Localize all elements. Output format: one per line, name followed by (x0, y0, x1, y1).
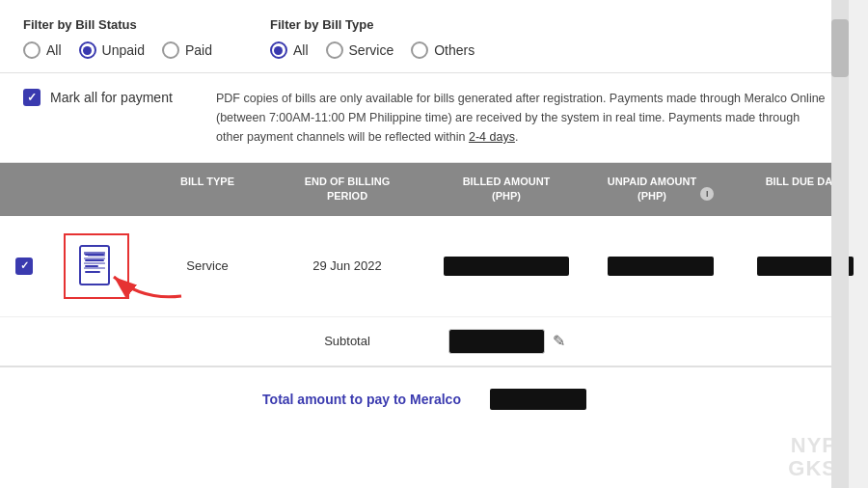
radio-circle-paid (162, 41, 179, 59)
bill-type-cell: Service (145, 258, 270, 273)
th-bill-type: BILL TYPE (145, 175, 270, 204)
billed-amount-redacted (444, 257, 569, 276)
filter-bill-status-label: Filter by Bill Status (23, 17, 212, 32)
radio-circle-others (411, 41, 428, 59)
end-billing-cell: 29 Jun 2022 (270, 258, 424, 273)
radio-label-others: Others (434, 42, 475, 58)
th-checkbox (0, 175, 48, 204)
filter-bill-type-label: Filter by Bill Type (270, 17, 475, 32)
bill-icon-cell[interactable] (48, 233, 145, 299)
svg-rect-8 (84, 262, 105, 264)
main-container: Filter by Bill Status All Unpaid Paid Fi… (0, 0, 849, 488)
row-checkbox[interactable]: ✓ (15, 258, 33, 275)
billed-amount-cell (424, 257, 588, 276)
subtotal-value-redacted (448, 329, 545, 354)
th-icon (48, 175, 145, 204)
svg-rect-2 (85, 259, 104, 261)
total-label: Total amount to pay to Meralco (262, 392, 461, 407)
subtotal-value-cell: ✎ (424, 329, 588, 354)
radio-circle-all-type (270, 41, 287, 59)
subtotal-label: Subtotal (270, 334, 424, 348)
bill-status-radio-group: All Unpaid Paid (23, 41, 212, 59)
scrollbar[interactable] (831, 0, 849, 488)
table-body: ✓ (0, 216, 849, 366)
radio-others[interactable]: Others (411, 41, 475, 59)
mark-all-checkbox-container[interactable]: Mark all for payment (23, 89, 197, 106)
edit-icon[interactable]: ✎ (553, 332, 565, 350)
checkmark-icon: ✓ (20, 259, 29, 272)
radio-all-status[interactable]: All (23, 41, 62, 59)
mark-all-label: Mark all for payment (50, 90, 173, 105)
table-header: BILL TYPE END OF BILLINGPERIOD BILLED AM… (0, 163, 849, 216)
radio-label-all-status: All (46, 42, 62, 58)
svg-rect-7 (84, 258, 105, 259)
mark-all-section: Mark all for payment PDF copies of bills… (0, 73, 849, 163)
subtotal-row: Subtotal ✎ (0, 317, 849, 366)
watermark-line1: NYP (788, 434, 837, 457)
svg-rect-9 (84, 267, 105, 269)
th-end-billing: END OF BILLINGPERIOD (270, 175, 424, 204)
table-row: ✓ (0, 216, 849, 317)
filter-bill-type: Filter by Bill Type All Service Others (270, 17, 475, 59)
radio-unpaid[interactable]: Unpaid (79, 41, 145, 59)
svg-rect-3 (85, 265, 98, 267)
th-unpaid-amount: UNPAID AMOUNT(PHP) i (588, 175, 733, 204)
unpaid-amount-redacted (608, 257, 714, 276)
watermark-line2: GKS (788, 457, 837, 480)
mark-all-checkbox[interactable] (23, 89, 41, 106)
radio-paid[interactable]: Paid (162, 41, 212, 59)
radio-circle-all-status (23, 41, 41, 59)
filter-section: Filter by Bill Status All Unpaid Paid Fi… (0, 0, 849, 73)
radio-all-type[interactable]: All (270, 41, 309, 59)
svg-rect-6 (84, 252, 105, 255)
bill-document-icon (78, 244, 115, 288)
total-value-redacted (490, 389, 586, 410)
radio-label-all-type: All (293, 42, 309, 58)
bill-type-radio-group: All Service Others (270, 41, 475, 59)
th-billed-amount: BILLED AMOUNT(PHP) (424, 175, 588, 204)
bill-icon-wrapper (64, 233, 129, 299)
info-icon: i (700, 187, 714, 201)
row-checkbox-cell[interactable]: ✓ (0, 258, 48, 275)
radio-label-paid: Paid (185, 42, 212, 58)
notice-link: 2-4 days (469, 130, 515, 144)
radio-service[interactable]: Service (326, 41, 394, 59)
svg-rect-4 (85, 271, 100, 273)
radio-label-service: Service (349, 42, 394, 58)
watermark: NYP GKS (788, 434, 837, 480)
radio-label-unpaid: Unpaid (102, 42, 145, 58)
notice-text: PDF copies of bills are only available f… (216, 89, 826, 147)
total-section: Total amount to pay to Meralco (0, 366, 849, 431)
radio-circle-unpaid (79, 41, 96, 59)
filter-bill-status: Filter by Bill Status All Unpaid Paid (23, 17, 212, 59)
scroll-thumb[interactable] (831, 19, 849, 77)
radio-circle-service (326, 41, 343, 59)
unpaid-amount-cell (588, 257, 733, 276)
